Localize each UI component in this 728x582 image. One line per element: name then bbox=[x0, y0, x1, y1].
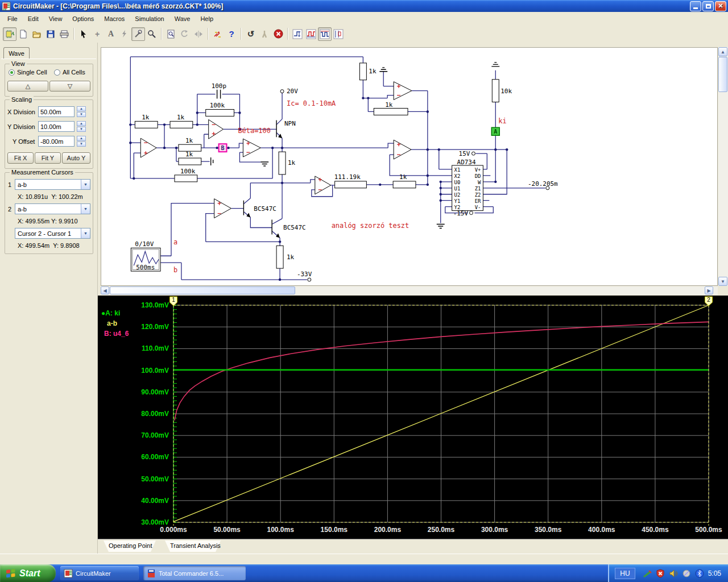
fit-y-button[interactable]: Fit Y bbox=[35, 152, 61, 164]
chevron-down-icon[interactable]: ▼ bbox=[81, 180, 90, 189]
chevron-down-icon[interactable]: ▼ bbox=[81, 228, 90, 238]
auto-y-button[interactable]: Auto Y bbox=[62, 152, 90, 164]
close-button[interactable]: ✕ bbox=[715, 1, 726, 11]
cell-wave-toggle-button[interactable] bbox=[3, 27, 16, 41]
text-tool-button[interactable]: A bbox=[104, 27, 118, 41]
place-part-button[interactable]: + bbox=[90, 27, 104, 41]
component-label: 20V bbox=[287, 88, 298, 95]
y-offset-spinner[interactable]: ▲▼ bbox=[77, 136, 86, 147]
check-probes-button[interactable] bbox=[211, 27, 225, 41]
cell-down-button[interactable]: ▽ bbox=[49, 81, 90, 92]
schematic-horizontal-scrollbar[interactable]: ◀ ▶ bbox=[101, 286, 718, 295]
taskbar-item-circuitmaker[interactable]: CircuitMaker bbox=[60, 566, 139, 580]
bluetooth-icon[interactable] bbox=[695, 569, 704, 578]
transistor[interactable] bbox=[243, 120, 276, 234]
reset-button[interactable]: ↺ bbox=[244, 27, 258, 41]
setup-button[interactable] bbox=[258, 27, 271, 41]
cursor2-signal-combo[interactable]: a-b ▼ bbox=[15, 203, 90, 214]
zoom-tool-button[interactable] bbox=[145, 27, 159, 41]
ic-pin-label: Y1 bbox=[454, 198, 461, 204]
taskbar-clock: 5:05 bbox=[708, 569, 721, 577]
probe-tool-button[interactable] bbox=[131, 27, 145, 41]
menu-file[interactable]: File bbox=[2, 13, 23, 24]
vertical-scroll-thumb[interactable] bbox=[718, 57, 727, 92]
new-file-button[interactable] bbox=[16, 27, 30, 41]
waveform-region[interactable]: 130.0mV120.0mV110.0mV100.0mV90.00mV80.00… bbox=[98, 296, 728, 539]
security-shield-icon[interactable] bbox=[656, 569, 665, 578]
trace-b-label: B: u4_6 bbox=[104, 330, 129, 338]
select-arrow-button[interactable] bbox=[77, 27, 90, 41]
language-indicator[interactable]: HU bbox=[615, 568, 635, 579]
y-division-spinner[interactable]: ▲▼ bbox=[77, 121, 86, 132]
spin-up-icon[interactable]: ▲ bbox=[77, 121, 86, 126]
menu-simulation[interactable]: Simulation bbox=[130, 13, 169, 24]
chevron-down-icon[interactable]: ▼ bbox=[81, 204, 90, 214]
scope-square2-button[interactable] bbox=[318, 27, 332, 41]
menu-edit[interactable]: Edit bbox=[23, 13, 44, 24]
tab-wave[interactable]: Wave bbox=[3, 47, 30, 59]
save-button[interactable] bbox=[44, 27, 57, 41]
stop-simulation-button[interactable] bbox=[271, 27, 285, 41]
trace-b-u4-6[interactable] bbox=[175, 322, 709, 420]
waveform-plot[interactable]: 130.0mV120.0mV110.0mV100.0mV90.00mV80.00… bbox=[98, 296, 728, 539]
open-file-button[interactable] bbox=[30, 27, 44, 41]
cursor2-index: 2 bbox=[8, 206, 11, 213]
legend-trace-a[interactable]: ●A: ki bbox=[101, 308, 129, 318]
y-division-input[interactable] bbox=[38, 121, 75, 132]
menu-wave[interactable]: Wave bbox=[169, 13, 196, 24]
scope-mixed-button[interactable] bbox=[332, 27, 345, 41]
y-tick-label: 130.0mV bbox=[141, 301, 169, 309]
y-offset-input[interactable] bbox=[38, 136, 75, 147]
legend-trace-ab[interactable]: a-b bbox=[101, 318, 129, 329]
schematic-canvas[interactable]: 20VNPN100p100k1k1k1k1k100k1k1k1k10k111.1… bbox=[101, 47, 718, 286]
help-button[interactable]: ? bbox=[225, 27, 238, 41]
view-groupbox: View Single Cell All Cells △ ▽ bbox=[5, 64, 93, 97]
print-button[interactable] bbox=[57, 27, 71, 41]
menu-options[interactable]: Options bbox=[67, 13, 99, 24]
spin-down-icon[interactable]: ▼ bbox=[77, 142, 86, 147]
menu-view[interactable]: View bbox=[44, 13, 68, 24]
schematic-vertical-scrollbar[interactable]: ▲ ▼ bbox=[718, 47, 728, 286]
spin-down-icon[interactable]: ▼ bbox=[77, 127, 86, 132]
radio-single-cell[interactable]: Single Cell bbox=[9, 69, 47, 76]
mirror-button[interactable] bbox=[192, 27, 205, 41]
cursor-diff-combo[interactable]: Cursor 2 - Cursor 1 ▼ bbox=[15, 228, 90, 239]
x-division-spinner[interactable]: ▲▼ bbox=[77, 106, 86, 117]
taskbar-item-total-commander[interactable]: Total Commander 6.5... bbox=[143, 566, 246, 580]
scroll-left-icon[interactable]: ◀ bbox=[101, 286, 109, 294]
update-status-icon[interactable] bbox=[682, 569, 691, 578]
scroll-up-icon[interactable]: ▲ bbox=[718, 47, 727, 56]
resistor[interactable] bbox=[135, 63, 499, 268]
cursor1-signal-combo[interactable]: a-b ▼ bbox=[15, 179, 90, 190]
scroll-right-icon[interactable]: ▶ bbox=[705, 286, 713, 294]
y-tick-label: 120.0mV bbox=[141, 323, 169, 331]
volume-icon[interactable] bbox=[669, 569, 678, 578]
tab-operating-point[interactable]: Operating Point bbox=[104, 541, 156, 552]
horizontal-scroll-thumb[interactable] bbox=[110, 286, 295, 294]
capacitor[interactable] bbox=[217, 90, 221, 99]
tab-transient-analysis[interactable]: Transient Analysis bbox=[165, 541, 221, 552]
scope-square-button[interactable] bbox=[304, 27, 318, 41]
spin-up-icon[interactable]: ▲ bbox=[77, 136, 86, 141]
fit-x-button[interactable]: Fit X bbox=[7, 152, 34, 164]
rotate-button[interactable] bbox=[178, 27, 192, 41]
spin-down-icon[interactable]: ▼ bbox=[77, 112, 86, 117]
component-label: -33V bbox=[297, 271, 312, 278]
toolbar-separator bbox=[287, 28, 288, 40]
find-button[interactable] bbox=[164, 27, 178, 41]
x-tick-label: 400.0ms bbox=[588, 526, 615, 534]
menu-macros[interactable]: Macros bbox=[99, 13, 130, 24]
radio-all-cells[interactable]: All Cells bbox=[54, 69, 85, 76]
cell-up-button[interactable]: △ bbox=[7, 81, 48, 92]
scope-step-button[interactable] bbox=[291, 27, 304, 41]
legend-trace-b[interactable]: B: u4_6 bbox=[101, 329, 129, 339]
start-button[interactable]: Start bbox=[0, 564, 56, 582]
x-division-input[interactable] bbox=[38, 106, 75, 117]
wire-tool-button[interactable] bbox=[118, 27, 131, 41]
menu-help[interactable]: Help bbox=[195, 13, 218, 24]
maximize-button[interactable] bbox=[702, 1, 714, 11]
tablet-pen-icon[interactable] bbox=[643, 569, 652, 578]
minimize-button[interactable] bbox=[690, 1, 701, 11]
scroll-down-icon[interactable]: ▼ bbox=[718, 277, 727, 286]
spin-up-icon[interactable]: ▲ bbox=[77, 106, 86, 111]
